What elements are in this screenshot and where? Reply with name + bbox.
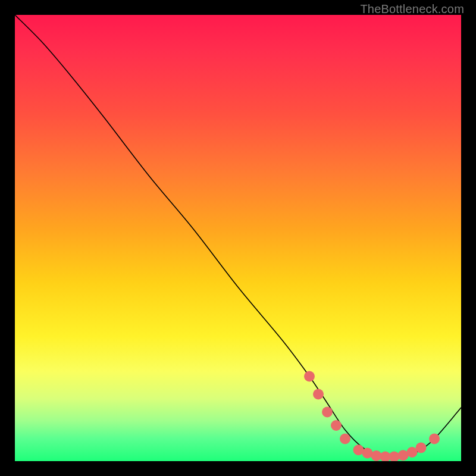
data-marker — [416, 443, 427, 453]
bottleneck-curve — [15, 15, 461, 458]
data-marker — [429, 434, 440, 444]
chart-svg — [15, 15, 461, 461]
watermark-text: TheBottleneck.com — [360, 2, 464, 16]
data-marker — [304, 371, 315, 382]
data-marker — [322, 407, 333, 418]
data-marker — [313, 389, 324, 400]
marker-group — [304, 371, 440, 462]
chart-container: TheBottleneck.com — [0, 0, 476, 476]
data-marker — [331, 420, 342, 431]
plot-area — [15, 15, 461, 461]
data-marker — [340, 434, 350, 444]
